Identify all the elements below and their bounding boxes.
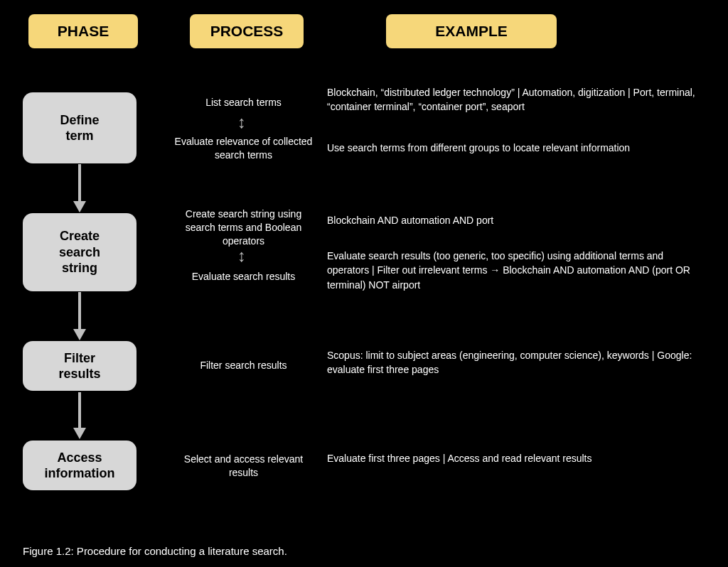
- process-text: Create search string using search terms …: [171, 207, 316, 248]
- arrow-down-icon: [77, 392, 82, 439]
- phase-label: Defineterm: [60, 112, 99, 144]
- example-text: Evaluate first three pages | Access and …: [327, 451, 704, 465]
- phase-label: Createsearchstring: [59, 228, 100, 276]
- phase-label: Filterresults: [58, 350, 100, 382]
- example-text: Evaluate search results (too generic, to…: [327, 249, 704, 292]
- process-text: Filter search results: [171, 359, 316, 372]
- phase-box-filter-results: Filterresults: [23, 341, 136, 391]
- example-text: Blockchain, “distributed ledger technolo…: [327, 85, 704, 114]
- process-text: Evaluate relevance of collected search t…: [171, 135, 316, 162]
- phase-label: Accessinformation: [45, 450, 115, 482]
- arrow-down-icon: [77, 292, 82, 340]
- diagram-canvas: PHASE PROCESS EXAMPLE Defineterm Creates…: [0, 0, 728, 567]
- phase-box-create-search: Createsearchstring: [23, 213, 136, 291]
- example-text: Blockchain AND automation AND port: [327, 213, 704, 227]
- column-header-phase: PHASE: [28, 14, 138, 48]
- arrow-down-icon: [77, 164, 82, 212]
- column-header-example: EXAMPLE: [386, 14, 557, 48]
- process-text: List search terms: [171, 96, 316, 109]
- updown-arrow-icon: ↕: [228, 247, 256, 264]
- example-text: Scopus: limit to subject areas (engineer…: [327, 348, 704, 377]
- phase-box-access-information: Accessinformation: [23, 441, 136, 490]
- process-text: Evaluate search results: [171, 270, 316, 284]
- phase-box-define-term: Defineterm: [23, 92, 136, 163]
- example-text: Use search terms from different groups t…: [327, 141, 704, 155]
- column-header-process: PROCESS: [190, 14, 304, 48]
- process-text: Select and access relevant results: [171, 453, 316, 480]
- updown-arrow-icon: ↕: [228, 114, 256, 131]
- figure-caption: Figure 1.2: Procedure for conducting a l…: [23, 545, 287, 557]
